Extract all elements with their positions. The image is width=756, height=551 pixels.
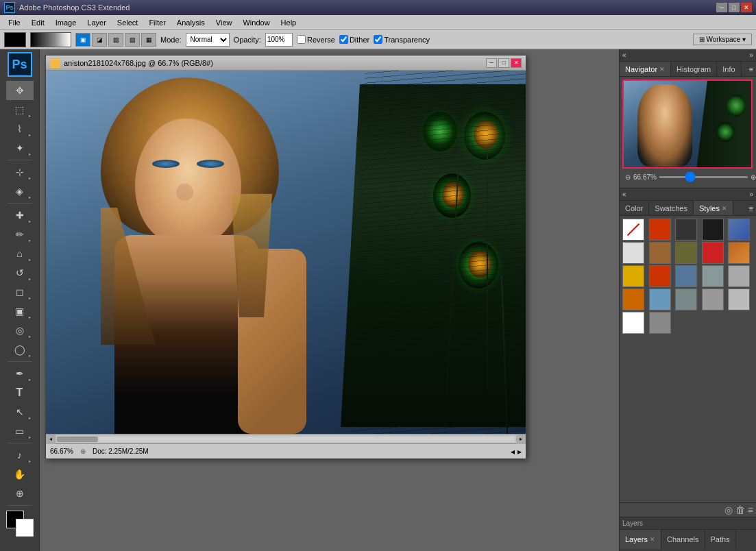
path-select-tool[interactable]: ↖▸	[6, 402, 34, 421]
doc-maximize-btn[interactable]: □	[498, 58, 509, 68]
style-swatch-darkgray[interactable]	[675, 219, 697, 241]
mode-btn-3[interactable]: ▨	[108, 33, 123, 47]
doc-close-btn[interactable]: ✕	[511, 58, 522, 68]
foreground-swatch[interactable]	[4, 32, 26, 47]
style-swatch-lightblue[interactable]	[649, 289, 671, 310]
minimize-button[interactable]: ─	[716, 3, 727, 12]
style-swatch-tan[interactable]	[649, 242, 671, 264]
zoom-out-icon[interactable]: ⊖	[625, 173, 631, 181]
scroll-left-btn[interactable]: ◂	[46, 434, 56, 444]
tab-paths[interactable]: Paths	[705, 530, 736, 549]
style-swatch-midgray[interactable]	[728, 265, 750, 287]
lasso-tool[interactable]: ⌇▸	[6, 119, 34, 138]
reverse-checkbox[interactable]	[297, 35, 306, 44]
style-swatch-blue2[interactable]	[675, 289, 697, 310]
status-prev-btn[interactable]: ◂	[511, 447, 515, 456]
maximize-button[interactable]: □	[729, 3, 740, 12]
zoom-tool[interactable]: ⊕	[6, 484, 34, 503]
styles-collapse-left[interactable]: «	[622, 191, 626, 198]
style-swatch-grayblue[interactable]	[702, 265, 724, 287]
styles-menu-btn[interactable]: ≡	[746, 204, 756, 212]
navigator-thumbnail[interactable]	[622, 79, 753, 169]
tab-navigator[interactable]: Navigator✕	[620, 62, 671, 76]
style-swatch-bluesteel[interactable]	[728, 219, 750, 241]
healing-brush-tool[interactable]: ✚▸	[6, 206, 34, 225]
menu-analysis[interactable]: Analysis	[171, 17, 210, 28]
history-brush-tool[interactable]: ↺▸	[6, 263, 34, 282]
background-color[interactable]	[16, 519, 34, 537]
doc-minimize-btn[interactable]: ─	[486, 58, 497, 68]
close-button[interactable]: ✕	[741, 3, 752, 12]
tab-layers[interactable]: Layers✕	[620, 530, 661, 549]
style-swatch-white[interactable]	[622, 312, 644, 334]
eyedropper-tool[interactable]: ◈▸	[6, 182, 34, 201]
gradient-preview[interactable]	[30, 32, 71, 47]
layers-tab-close[interactable]: ✕	[650, 536, 655, 543]
zoom-slider[interactable]	[659, 176, 748, 178]
menu-filter[interactable]: Filter	[143, 17, 171, 28]
dodge-tool[interactable]: ◯▸	[6, 340, 34, 359]
transparency-option[interactable]: Transparency	[374, 35, 430, 44]
style-swatch-red[interactable]	[649, 219, 671, 241]
styles-new-btn[interactable]: ◎	[724, 504, 733, 515]
tab-color[interactable]: Color	[620, 201, 649, 215]
menu-view[interactable]: View	[210, 17, 238, 28]
workspace-button[interactable]: ⊞ Workspace ▾	[693, 34, 752, 45]
menu-image[interactable]: Image	[50, 17, 82, 28]
mode-btn-4[interactable]: ▧	[125, 33, 140, 47]
panel-menu-btn[interactable]: ≡	[746, 65, 756, 73]
crop-tool[interactable]: ⊹▸	[6, 162, 34, 182]
opacity-input[interactable]	[265, 33, 293, 47]
zoom-in-icon[interactable]: ⊕	[751, 173, 756, 181]
mode-btn-5[interactable]: ▦	[141, 33, 156, 47]
gradient-tool[interactable]: ▣▸	[6, 302, 34, 321]
style-swatch-olive[interactable]	[675, 242, 697, 264]
tab-styles[interactable]: Styles✕	[694, 201, 733, 215]
style-swatch-gray2[interactable]	[702, 289, 724, 310]
style-swatch-none[interactable]	[622, 219, 644, 241]
style-swatch-medgray[interactable]	[649, 312, 671, 334]
dither-option[interactable]: Dither	[339, 35, 369, 44]
styles-collapse-right[interactable]: »	[749, 191, 753, 198]
reverse-option[interactable]: Reverse	[297, 35, 335, 44]
horizontal-scrollbar[interactable]: ◂ ▸	[46, 434, 526, 443]
scroll-right-btn[interactable]: ▸	[516, 434, 526, 444]
quick-select-tool[interactable]: ✦▸	[6, 138, 34, 158]
style-swatch-ltgray2[interactable]	[728, 289, 750, 310]
style-swatch-crimson[interactable]	[649, 265, 671, 287]
styles-tab-close[interactable]: ✕	[722, 205, 727, 212]
menu-help[interactable]: Help	[276, 17, 302, 28]
text-tool[interactable]: T	[6, 383, 34, 402]
clone-stamp-tool[interactable]: ⌂▸	[6, 244, 34, 263]
menu-file[interactable]: File	[3, 17, 26, 28]
style-swatch-lightgray[interactable]	[622, 242, 644, 264]
scroll-track[interactable]	[57, 437, 515, 442]
move-tool[interactable]: ✥	[6, 81, 34, 100]
menu-layer[interactable]: Layer	[82, 17, 112, 28]
mode-btn-2[interactable]: ◪	[92, 33, 107, 47]
menu-window[interactable]: Window	[237, 17, 275, 28]
shape-tool[interactable]: ▭▸	[6, 421, 34, 441]
blur-tool[interactable]: ◎▸	[6, 321, 34, 340]
mode-btn-1[interactable]: ▣	[75, 33, 90, 47]
scroll-thumb[interactable]	[57, 437, 98, 442]
marquee-tool[interactable]: ⬚▸	[6, 100, 34, 119]
panel-collapse-right[interactable]: »	[749, 51, 753, 59]
style-swatch-darkred[interactable]	[702, 242, 724, 264]
mode-dropdown[interactable]: Normal Dissolve Multiply Screen	[186, 33, 230, 47]
dither-checkbox[interactable]	[339, 35, 348, 44]
tab-info[interactable]: Info	[717, 62, 741, 76]
transparency-checkbox[interactable]	[374, 35, 382, 44]
pen-tool[interactable]: ✒▸	[6, 364, 34, 383]
style-swatch-slate[interactable]	[675, 265, 697, 287]
style-swatch-orange[interactable]	[728, 242, 750, 264]
tab-channels[interactable]: Channels	[661, 530, 705, 549]
document-canvas[interactable]	[46, 71, 526, 434]
eraser-tool[interactable]: ◻▸	[6, 282, 34, 302]
style-swatch-gold[interactable]	[622, 265, 644, 287]
style-swatch-black[interactable]	[702, 219, 724, 241]
notes-tool[interactable]: ♪▸	[6, 445, 34, 465]
tab-swatches[interactable]: Swatches	[649, 201, 694, 215]
styles-options-btn[interactable]: ≡	[748, 504, 753, 515]
menu-select[interactable]: Select	[112, 17, 144, 28]
